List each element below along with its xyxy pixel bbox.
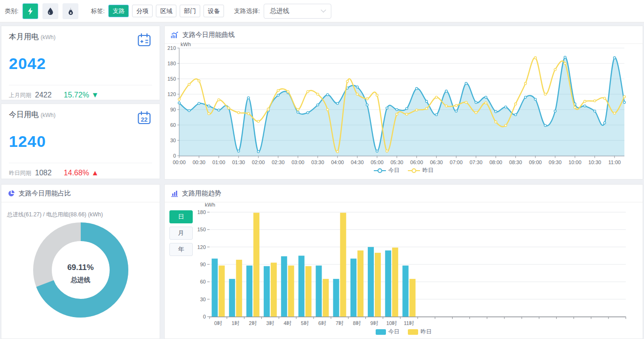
bar: [357, 250, 364, 317]
branch-select-value: 总进线: [270, 7, 289, 15]
bar: [368, 247, 374, 317]
x-axis-label: 0时: [214, 320, 222, 326]
water-category-button[interactable]: [42, 3, 58, 19]
line-chart-area: 0306090120150180210kWh00:0000:3001:0001:…: [165, 44, 643, 179]
x-axis-label: 03:00: [292, 159, 305, 165]
category-label: 类别:: [5, 7, 19, 15]
x-axis-label: 02:30: [272, 159, 285, 165]
legend-item-今日[interactable]: 今日: [374, 166, 399, 174]
x-axis-label: 00:00: [173, 159, 186, 165]
trend-down-icon: ▼: [91, 91, 99, 99]
tag-button-设备[interactable]: 设备: [203, 5, 224, 17]
chevron-down-icon: [321, 7, 326, 12]
bar: [385, 250, 391, 317]
x-axis-label: 03:30: [311, 159, 324, 165]
tag-button-区域[interactable]: 区域: [156, 5, 176, 17]
x-axis-label: 09:30: [549, 159, 562, 165]
bar: [298, 256, 304, 317]
tag-button-分项[interactable]: 分项: [132, 5, 153, 17]
x-axis-label: 11:00: [608, 159, 621, 165]
legend-label: 昨日: [422, 166, 434, 174]
bar: [392, 248, 398, 317]
y-axis-label: 30: [200, 297, 206, 302]
calendar-plus-icon: [136, 32, 152, 48]
x-axis-label: 1时: [231, 320, 239, 326]
bar: [340, 213, 346, 317]
compare-value: 2422: [35, 91, 52, 99]
bar-chart-area: 0306090120150180kWh0时1时2时3时4时5时6时7时8时9时1…: [165, 203, 643, 339]
legend-line-marker: [408, 168, 420, 173]
x-axis-label: 10:30: [588, 159, 602, 165]
y-axis-label: 180: [197, 209, 206, 215]
pie-chart-icon: [7, 190, 15, 197]
x-axis-label: 10:00: [568, 159, 581, 165]
x-axis-label: 9时: [371, 320, 378, 326]
gas-category-button[interactable]: [63, 3, 78, 19]
y-axis-label: 0: [173, 153, 176, 159]
legend-item-昨日[interactable]: 昨日: [408, 328, 432, 336]
x-axis-label: 05:00: [371, 159, 384, 165]
bar: [212, 259, 218, 317]
legend-item-今日[interactable]: 今日: [376, 328, 399, 336]
bar-chart-legend: 今日昨日: [165, 328, 643, 336]
y-axis-label: 90: [200, 262, 206, 267]
y-axis-label: 90: [170, 107, 176, 112]
panel-title: 支路今日用能占比: [19, 189, 71, 198]
tag-button-支路[interactable]: 支路: [108, 5, 129, 17]
electric-category-button[interactable]: [22, 3, 38, 19]
bar: [236, 260, 242, 317]
card-title: 今日用电: [9, 111, 39, 118]
y-axis-label: 120: [197, 244, 206, 250]
svg-text:22: 22: [141, 116, 147, 123]
bar: [375, 253, 381, 317]
x-axis-label: 06:00: [410, 159, 423, 165]
x-axis-label: 2时: [249, 320, 257, 326]
tag-button-部门[interactable]: 部门: [180, 5, 200, 17]
card-unit: (kWh): [41, 34, 56, 41]
card-unit: (kWh): [41, 112, 56, 118]
donut-center-label: 69.11% 总进线: [1, 262, 160, 286]
legend-swatch: [408, 329, 418, 335]
bar: [305, 266, 311, 317]
today-energy-card: 今日用电(kWh) 22 1240 昨日同期 1082 14.68% ▲: [1, 104, 160, 179]
y-axis-label: 210: [168, 45, 176, 51]
x-axis-label: 00:30: [193, 159, 206, 165]
bar: [323, 279, 329, 317]
x-axis-label: 06:30: [430, 159, 443, 165]
legend-label: 今日: [388, 328, 399, 336]
tag-group: 支路分项区域部门设备: [108, 5, 227, 17]
bar: [402, 265, 408, 317]
x-axis-label: 5时: [301, 320, 309, 326]
bar-chart-icon: [171, 190, 178, 197]
x-axis-label: 04:30: [351, 159, 364, 165]
tag-label: 标签:: [91, 7, 105, 15]
calendar-day-icon: 22: [136, 110, 152, 126]
divider: [9, 163, 152, 163]
x-axis-label: 08:30: [509, 159, 522, 165]
bar: [316, 265, 322, 317]
line-chart-legend: 今日昨日: [165, 166, 643, 174]
x-axis-label: 7时: [336, 320, 343, 326]
month-energy-value: 2042: [9, 55, 152, 73]
branch-select[interactable]: 总进线: [264, 4, 331, 19]
line-chart: 0306090120150180210kWh00:0000:3001:0001:…: [165, 44, 643, 180]
legend-label: 今日: [388, 166, 399, 174]
bar: [229, 279, 235, 317]
compare-label: 昨日同期: [9, 169, 31, 177]
x-axis-label: 10时: [386, 320, 397, 326]
bar-chart: 0306090120150180kWh0时1时2时3时4时5时6时7时8时9时1…: [165, 203, 643, 339]
divider: [9, 85, 152, 85]
bar: [271, 263, 277, 317]
legend-item-昨日[interactable]: 昨日: [408, 166, 434, 174]
y-axis-label: 60: [200, 279, 206, 284]
y-axis-label: 120: [168, 91, 176, 97]
x-axis-label: 11时: [404, 320, 414, 326]
y-axis-label: 30: [170, 138, 176, 143]
donut-percent: 69.11%: [1, 262, 160, 274]
legend-swatch: [376, 329, 386, 335]
legend-line-marker: [374, 168, 386, 173]
line-chart-icon: [171, 31, 179, 39]
bar: [281, 256, 287, 317]
ratio-subtitle: 总进线(61.27) / 电总用能(88.66) (kWh): [7, 211, 103, 219]
y-axis-unit: kWh: [181, 42, 191, 47]
